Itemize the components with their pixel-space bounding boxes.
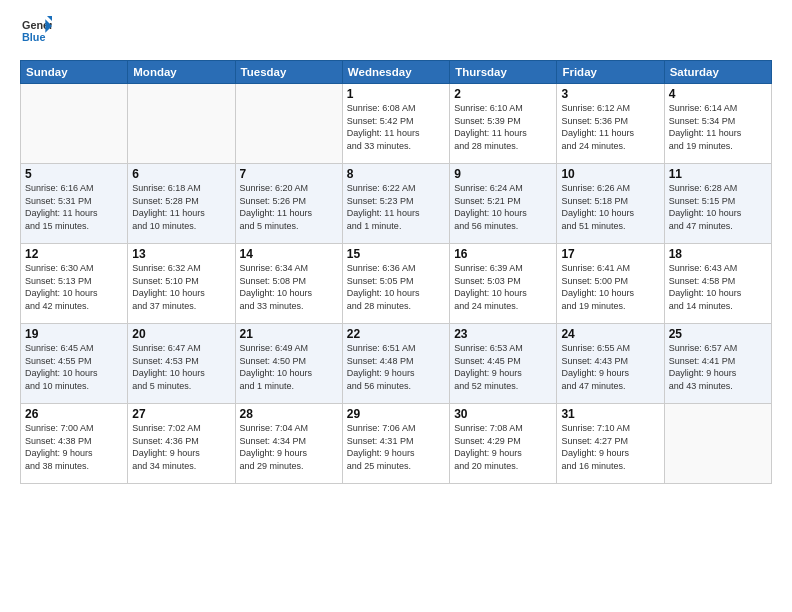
calendar-cell: 26Sunrise: 7:00 AM Sunset: 4:38 PM Dayli… <box>21 404 128 484</box>
day-info: Sunrise: 6:43 AM Sunset: 4:58 PM Dayligh… <box>669 262 767 312</box>
calendar-cell: 3Sunrise: 6:12 AM Sunset: 5:36 PM Daylig… <box>557 84 664 164</box>
calendar-cell: 24Sunrise: 6:55 AM Sunset: 4:43 PM Dayli… <box>557 324 664 404</box>
calendar-header-saturday: Saturday <box>664 61 771 84</box>
day-info: Sunrise: 6:14 AM Sunset: 5:34 PM Dayligh… <box>669 102 767 152</box>
calendar-cell: 18Sunrise: 6:43 AM Sunset: 4:58 PM Dayli… <box>664 244 771 324</box>
calendar-week-1: 1Sunrise: 6:08 AM Sunset: 5:42 PM Daylig… <box>21 84 772 164</box>
calendar-header-sunday: Sunday <box>21 61 128 84</box>
day-number: 4 <box>669 87 767 101</box>
calendar-cell: 12Sunrise: 6:30 AM Sunset: 5:13 PM Dayli… <box>21 244 128 324</box>
day-number: 1 <box>347 87 445 101</box>
header: General Blue <box>20 16 772 50</box>
calendar-cell: 23Sunrise: 6:53 AM Sunset: 4:45 PM Dayli… <box>450 324 557 404</box>
day-number: 23 <box>454 327 552 341</box>
day-number: 10 <box>561 167 659 181</box>
calendar-cell: 29Sunrise: 7:06 AM Sunset: 4:31 PM Dayli… <box>342 404 449 484</box>
day-number: 19 <box>25 327 123 341</box>
calendar-cell: 17Sunrise: 6:41 AM Sunset: 5:00 PM Dayli… <box>557 244 664 324</box>
day-info: Sunrise: 6:41 AM Sunset: 5:00 PM Dayligh… <box>561 262 659 312</box>
calendar-table: SundayMondayTuesdayWednesdayThursdayFrid… <box>20 60 772 484</box>
day-info: Sunrise: 6:55 AM Sunset: 4:43 PM Dayligh… <box>561 342 659 392</box>
day-info: Sunrise: 6:18 AM Sunset: 5:28 PM Dayligh… <box>132 182 230 232</box>
day-number: 15 <box>347 247 445 261</box>
calendar-header-tuesday: Tuesday <box>235 61 342 84</box>
day-number: 17 <box>561 247 659 261</box>
day-number: 9 <box>454 167 552 181</box>
calendar-cell: 20Sunrise: 6:47 AM Sunset: 4:53 PM Dayli… <box>128 324 235 404</box>
day-info: Sunrise: 6:51 AM Sunset: 4:48 PM Dayligh… <box>347 342 445 392</box>
day-number: 21 <box>240 327 338 341</box>
day-number: 25 <box>669 327 767 341</box>
day-number: 28 <box>240 407 338 421</box>
day-info: Sunrise: 6:57 AM Sunset: 4:41 PM Dayligh… <box>669 342 767 392</box>
day-info: Sunrise: 6:16 AM Sunset: 5:31 PM Dayligh… <box>25 182 123 232</box>
calendar-cell: 19Sunrise: 6:45 AM Sunset: 4:55 PM Dayli… <box>21 324 128 404</box>
calendar-header-thursday: Thursday <box>450 61 557 84</box>
day-info: Sunrise: 7:06 AM Sunset: 4:31 PM Dayligh… <box>347 422 445 472</box>
calendar-week-3: 12Sunrise: 6:30 AM Sunset: 5:13 PM Dayli… <box>21 244 772 324</box>
day-info: Sunrise: 6:53 AM Sunset: 4:45 PM Dayligh… <box>454 342 552 392</box>
day-number: 5 <box>25 167 123 181</box>
day-number: 26 <box>25 407 123 421</box>
day-number: 31 <box>561 407 659 421</box>
day-info: Sunrise: 7:00 AM Sunset: 4:38 PM Dayligh… <box>25 422 123 472</box>
day-info: Sunrise: 6:22 AM Sunset: 5:23 PM Dayligh… <box>347 182 445 232</box>
day-info: Sunrise: 6:39 AM Sunset: 5:03 PM Dayligh… <box>454 262 552 312</box>
logo: General Blue <box>20 16 52 50</box>
day-info: Sunrise: 6:12 AM Sunset: 5:36 PM Dayligh… <box>561 102 659 152</box>
calendar-cell: 25Sunrise: 6:57 AM Sunset: 4:41 PM Dayli… <box>664 324 771 404</box>
page: General Blue SundayMondayTuesdayWednesda… <box>0 0 792 612</box>
day-number: 22 <box>347 327 445 341</box>
day-info: Sunrise: 6:47 AM Sunset: 4:53 PM Dayligh… <box>132 342 230 392</box>
logo-icon: General Blue <box>22 16 52 46</box>
day-number: 30 <box>454 407 552 421</box>
calendar-cell: 27Sunrise: 7:02 AM Sunset: 4:36 PM Dayli… <box>128 404 235 484</box>
day-number: 7 <box>240 167 338 181</box>
calendar-cell: 2Sunrise: 6:10 AM Sunset: 5:39 PM Daylig… <box>450 84 557 164</box>
calendar-cell: 31Sunrise: 7:10 AM Sunset: 4:27 PM Dayli… <box>557 404 664 484</box>
day-number: 29 <box>347 407 445 421</box>
calendar-cell: 6Sunrise: 6:18 AM Sunset: 5:28 PM Daylig… <box>128 164 235 244</box>
svg-text:Blue: Blue <box>22 31 45 43</box>
calendar-cell: 16Sunrise: 6:39 AM Sunset: 5:03 PM Dayli… <box>450 244 557 324</box>
day-number: 8 <box>347 167 445 181</box>
calendar-cell: 13Sunrise: 6:32 AM Sunset: 5:10 PM Dayli… <box>128 244 235 324</box>
day-number: 2 <box>454 87 552 101</box>
day-info: Sunrise: 6:30 AM Sunset: 5:13 PM Dayligh… <box>25 262 123 312</box>
day-number: 12 <box>25 247 123 261</box>
day-number: 16 <box>454 247 552 261</box>
day-info: Sunrise: 6:28 AM Sunset: 5:15 PM Dayligh… <box>669 182 767 232</box>
day-info: Sunrise: 7:08 AM Sunset: 4:29 PM Dayligh… <box>454 422 552 472</box>
day-info: Sunrise: 6:20 AM Sunset: 5:26 PM Dayligh… <box>240 182 338 232</box>
day-number: 11 <box>669 167 767 181</box>
calendar-cell: 9Sunrise: 6:24 AM Sunset: 5:21 PM Daylig… <box>450 164 557 244</box>
calendar-cell: 22Sunrise: 6:51 AM Sunset: 4:48 PM Dayli… <box>342 324 449 404</box>
day-info: Sunrise: 6:49 AM Sunset: 4:50 PM Dayligh… <box>240 342 338 392</box>
calendar-cell: 11Sunrise: 6:28 AM Sunset: 5:15 PM Dayli… <box>664 164 771 244</box>
calendar-cell: 28Sunrise: 7:04 AM Sunset: 4:34 PM Dayli… <box>235 404 342 484</box>
calendar-week-2: 5Sunrise: 6:16 AM Sunset: 5:31 PM Daylig… <box>21 164 772 244</box>
calendar-cell: 8Sunrise: 6:22 AM Sunset: 5:23 PM Daylig… <box>342 164 449 244</box>
calendar-cell: 15Sunrise: 6:36 AM Sunset: 5:05 PM Dayli… <box>342 244 449 324</box>
day-number: 27 <box>132 407 230 421</box>
day-info: Sunrise: 6:34 AM Sunset: 5:08 PM Dayligh… <box>240 262 338 312</box>
calendar-cell: 4Sunrise: 6:14 AM Sunset: 5:34 PM Daylig… <box>664 84 771 164</box>
day-info: Sunrise: 7:02 AM Sunset: 4:36 PM Dayligh… <box>132 422 230 472</box>
calendar-cell: 7Sunrise: 6:20 AM Sunset: 5:26 PM Daylig… <box>235 164 342 244</box>
calendar-cell: 1Sunrise: 6:08 AM Sunset: 5:42 PM Daylig… <box>342 84 449 164</box>
day-info: Sunrise: 6:32 AM Sunset: 5:10 PM Dayligh… <box>132 262 230 312</box>
calendar-cell: 14Sunrise: 6:34 AM Sunset: 5:08 PM Dayli… <box>235 244 342 324</box>
day-number: 13 <box>132 247 230 261</box>
day-info: Sunrise: 6:36 AM Sunset: 5:05 PM Dayligh… <box>347 262 445 312</box>
day-info: Sunrise: 6:08 AM Sunset: 5:42 PM Dayligh… <box>347 102 445 152</box>
calendar-week-4: 19Sunrise: 6:45 AM Sunset: 4:55 PM Dayli… <box>21 324 772 404</box>
day-info: Sunrise: 7:10 AM Sunset: 4:27 PM Dayligh… <box>561 422 659 472</box>
calendar-header-friday: Friday <box>557 61 664 84</box>
day-number: 3 <box>561 87 659 101</box>
calendar-week-5: 26Sunrise: 7:00 AM Sunset: 4:38 PM Dayli… <box>21 404 772 484</box>
day-info: Sunrise: 7:04 AM Sunset: 4:34 PM Dayligh… <box>240 422 338 472</box>
day-number: 20 <box>132 327 230 341</box>
day-number: 6 <box>132 167 230 181</box>
calendar-cell <box>664 404 771 484</box>
calendar-cell <box>128 84 235 164</box>
